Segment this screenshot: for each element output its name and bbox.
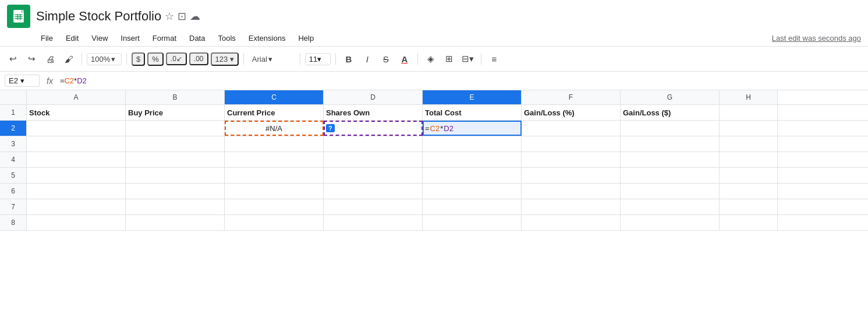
redo-button[interactable]: ↪ [23, 51, 40, 67]
cell-d3[interactable] [324, 136, 423, 152]
cell-d8[interactable] [324, 215, 423, 230]
cell-g5[interactable] [621, 168, 720, 183]
more-formats-button[interactable]: 123 ▾ [211, 52, 239, 66]
cell-e7[interactable] [423, 199, 522, 214]
cell-a4[interactable] [27, 152, 126, 167]
cell-a1[interactable]: Stock [27, 105, 126, 120]
zoom-selector[interactable]: 100% ▾ [87, 53, 122, 65]
row-num-5[interactable]: 5 [0, 168, 27, 183]
row-num-8[interactable]: 8 [0, 215, 27, 230]
menu-format[interactable]: Format [147, 31, 182, 45]
cell-a7[interactable] [27, 199, 126, 214]
cell-reference-box[interactable]: E2 ▾ [5, 75, 40, 87]
cell-f7[interactable] [522, 199, 621, 214]
cell-f5[interactable] [522, 168, 621, 183]
cell-a2[interactable] [27, 121, 126, 136]
menu-data[interactable]: Data [183, 31, 211, 45]
cell-d7[interactable] [324, 199, 423, 214]
cell-c3[interactable] [225, 136, 324, 152]
font-size-selector[interactable]: 11 ▾ [305, 53, 331, 65]
cell-h2[interactable] [720, 121, 778, 136]
col-header-b[interactable]: B [126, 90, 225, 104]
cell-h1[interactable] [720, 105, 778, 120]
cell-d1[interactable]: Shares Own [324, 105, 423, 120]
fill-color-button[interactable]: ◈ [423, 51, 439, 67]
cell-c6[interactable] [225, 184, 324, 199]
cell-c8[interactable] [225, 215, 324, 230]
menu-extensions[interactable]: Extensions [243, 31, 292, 45]
row-num-6[interactable]: 6 [0, 184, 27, 199]
col-header-a[interactable]: A [27, 90, 126, 104]
cell-e3[interactable] [423, 136, 522, 152]
cell-d6[interactable] [324, 184, 423, 199]
cell-f4[interactable] [522, 152, 621, 167]
col-header-e[interactable]: E [423, 90, 522, 104]
cell-e8[interactable] [423, 215, 522, 230]
cell-g1[interactable]: Gain/Loss ($) [621, 105, 720, 120]
menu-file[interactable]: File [35, 31, 59, 45]
cell-b8[interactable] [126, 215, 225, 230]
print-button[interactable]: 🖨 [42, 51, 58, 67]
cell-c7[interactable] [225, 199, 324, 214]
bold-button[interactable]: B [341, 51, 357, 67]
cell-e1[interactable]: Total Cost [423, 105, 522, 120]
menu-edit[interactable]: Edit [60, 31, 84, 45]
strikethrough-button[interactable]: S [378, 51, 394, 67]
cell-h8[interactable] [720, 215, 778, 230]
move-to-folder-icon[interactable]: ⊡ [178, 10, 186, 23]
cell-a6[interactable] [27, 184, 126, 199]
menu-insert[interactable]: Insert [115, 31, 146, 45]
cell-b2[interactable] [126, 121, 225, 136]
formula-content[interactable]: =C2*D2 [60, 76, 863, 85]
cell-f6[interactable] [522, 184, 621, 199]
cell-b4[interactable] [126, 152, 225, 167]
cell-b5[interactable] [126, 168, 225, 183]
currency-format-button[interactable]: $ [132, 52, 145, 66]
cell-g8[interactable] [621, 215, 720, 230]
menu-view[interactable]: View [86, 31, 114, 45]
cell-c5[interactable] [225, 168, 324, 183]
col-header-h[interactable]: H [720, 90, 778, 104]
borders-button[interactable]: ⊞ [441, 51, 458, 67]
cell-e4[interactable] [423, 152, 522, 167]
cell-c1[interactable]: Current Price [225, 105, 324, 120]
cell-h7[interactable] [720, 199, 778, 214]
row-num-4[interactable]: 4 [0, 152, 27, 167]
decimal-decrease-button[interactable]: .0↙ [166, 52, 187, 65]
menu-help[interactable]: Help [292, 31, 320, 45]
cell-c4[interactable] [225, 152, 324, 167]
col-header-f[interactable]: F [522, 90, 621, 104]
cell-d2[interactable]: ? [324, 121, 423, 136]
row-num-2[interactable]: 2 [0, 121, 27, 136]
cell-d5[interactable] [324, 168, 423, 183]
cell-e5[interactable] [423, 168, 522, 183]
cell-b1[interactable]: Buy Price [126, 105, 225, 120]
paint-format-button[interactable]: 🖌 [61, 51, 77, 67]
cell-g7[interactable] [621, 199, 720, 214]
decimal-increase-button[interactable]: .00 [189, 52, 208, 65]
last-edit-status[interactable]: Last edit was seconds ago [772, 34, 861, 43]
cell-g3[interactable] [621, 136, 720, 152]
merge-cells-button[interactable]: ⊟▾ [460, 51, 476, 67]
cell-d4[interactable] [324, 152, 423, 167]
cell-f1[interactable]: Gain/Loss (%) [522, 105, 621, 120]
cell-h6[interactable] [720, 184, 778, 199]
cell-a3[interactable] [27, 136, 126, 152]
row-num-7[interactable]: 7 [0, 199, 27, 214]
col-header-c[interactable]: C [225, 90, 324, 104]
font-selector[interactable]: Arial ▾ [249, 54, 295, 65]
cell-g2[interactable] [621, 121, 720, 136]
cell-h3[interactable] [720, 136, 778, 152]
cell-g6[interactable] [621, 184, 720, 199]
cell-b3[interactable] [126, 136, 225, 152]
percent-format-button[interactable]: % [147, 52, 164, 66]
menu-tools[interactable]: Tools [212, 31, 241, 45]
text-align-button[interactable]: ≡ [486, 51, 502, 67]
cell-g4[interactable] [621, 152, 720, 167]
star-icon[interactable]: ☆ [165, 10, 174, 23]
font-color-button[interactable]: A [396, 51, 413, 67]
cell-b7[interactable] [126, 199, 225, 214]
cell-a8[interactable] [27, 215, 126, 230]
cell-c2[interactable]: #N/A [225, 121, 324, 136]
italic-button[interactable]: I [359, 51, 375, 67]
